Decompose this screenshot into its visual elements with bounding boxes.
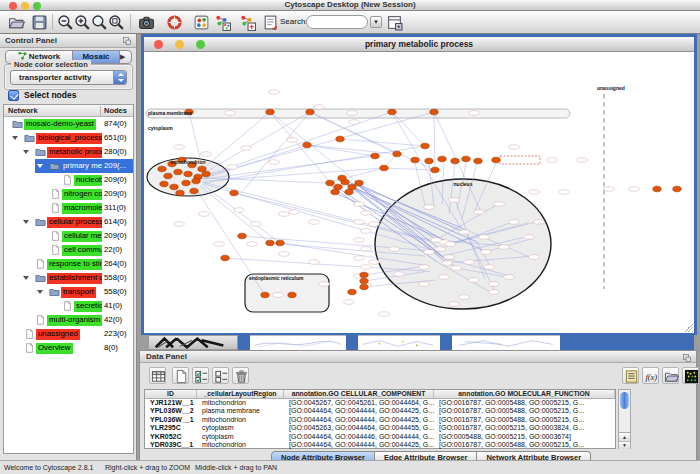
new-attribute-icon[interactable]: [172, 367, 189, 384]
network-node[interactable]: [158, 166, 166, 172]
tree-row[interactable]: establishment of lo558(0): [4, 271, 133, 285]
background-window-edge[interactable]: [238, 335, 250, 350]
float-panel-icon[interactable]: [682, 353, 692, 363]
network-node[interactable]: [421, 143, 429, 149]
zoom-selected-icon[interactable]: [108, 14, 125, 31]
network-node[interactable]: [230, 190, 238, 196]
network-node[interactable]: [221, 255, 229, 261]
import-attributes-icon[interactable]: [662, 367, 679, 384]
tree-item-label[interactable]: cell communicat: [62, 245, 102, 256]
resize-grip[interactable]: [684, 323, 693, 332]
network-node[interactable]: [326, 180, 334, 186]
tree-row[interactable]: response to stimulu264(0): [4, 257, 133, 271]
tree-item-label[interactable]: multi-organism pro: [47, 315, 102, 326]
expand-arrow-icon[interactable]: [23, 150, 29, 154]
expand-arrow-icon[interactable]: [12, 136, 18, 140]
network-node[interactable]: [190, 188, 198, 194]
table-row[interactable]: YKR052Ccytoplasm[GO:0044464, GO:0044446,…: [145, 433, 615, 441]
vizmapper-icon[interactable]: [193, 14, 210, 31]
save-icon[interactable]: [31, 14, 48, 31]
tab-scroll-arrow[interactable]: ▶: [120, 51, 128, 63]
network-node[interactable]: [303, 142, 311, 148]
column-header[interactable]: _cellularLayoutRegion: [197, 390, 284, 398]
search-input[interactable]: [306, 15, 368, 29]
column-header[interactable]: ID: [145, 390, 197, 398]
network-node[interactable]: [336, 136, 344, 142]
tree-item-label[interactable]: establishment of lo: [47, 273, 102, 284]
zoom-fit-icon[interactable]: [91, 14, 108, 31]
network-node[interactable]: [266, 240, 274, 246]
tree-row[interactable]: cellular process614(0): [4, 215, 133, 229]
network-node[interactable]: [474, 158, 482, 164]
network-node[interactable]: [360, 278, 368, 284]
network-node[interactable]: [170, 184, 178, 190]
zoom-in-icon[interactable]: [74, 14, 91, 31]
network-node[interactable]: [288, 292, 296, 298]
attribute-list-icon[interactable]: [622, 367, 639, 384]
network-node[interactable]: [345, 189, 353, 195]
table-row[interactable]: YDR039C__1mitochondrion[GO:0044464, GO:0…: [145, 441, 615, 449]
float-panel-icon[interactable]: [122, 36, 132, 46]
tree-row[interactable]: primary metabo209(...: [4, 159, 133, 173]
attribute-matrix-icon[interactable]: [682, 367, 699, 384]
network-node[interactable]: [492, 157, 500, 163]
background-window-overview[interactable]: [148, 335, 238, 350]
background-window[interactable]: [358, 335, 440, 350]
tree-row[interactable]: metabolic process280(0): [4, 145, 133, 159]
background-window-edge[interactable]: [560, 335, 694, 350]
annotation-icon[interactable]: [262, 14, 279, 31]
network-node[interactable]: [388, 109, 396, 115]
tree-item-label[interactable]: metabolic process: [47, 147, 102, 158]
tree-item-label[interactable]: secretion: [74, 301, 102, 312]
create-network-icon[interactable]: [214, 14, 231, 31]
zoom-button[interactable]: [33, 2, 41, 10]
duplicate-network-icon[interactable]: [239, 14, 256, 31]
network-node[interactable]: [306, 109, 314, 115]
network-node[interactable]: [438, 156, 446, 162]
close-button[interactable]: [9, 2, 17, 10]
network-node[interactable]: [348, 289, 356, 295]
network-node[interactable]: [360, 272, 368, 278]
network-node[interactable]: [184, 171, 192, 177]
tree-row[interactable]: unassigned223(0): [4, 327, 133, 341]
network-node[interactable]: [673, 186, 681, 192]
network-node[interactable]: [238, 233, 246, 239]
scrollbar-thumb[interactable]: [620, 392, 629, 409]
tree-item-label[interactable]: primary metabo: [61, 161, 102, 172]
open-icon[interactable]: [8, 14, 25, 31]
column-header[interactable]: annotation.GO CELLULAR_COMPONENT: [284, 390, 434, 398]
network-node[interactable]: [160, 181, 168, 187]
table-row[interactable]: YPL036W__2plasma membrane[GO:0044464, GO…: [145, 407, 615, 415]
tree-row[interactable]: nucleobase-209(0): [4, 173, 133, 187]
tree-item-label[interactable]: transport: [61, 287, 96, 298]
expand-arrow-icon[interactable]: [37, 290, 43, 294]
expand-arrow-icon[interactable]: [37, 164, 43, 168]
network-view-titlebar[interactable]: primary metabolic process: [144, 37, 694, 52]
search-options-icon[interactable]: [386, 14, 403, 31]
frame-zoom-button[interactable]: [196, 40, 205, 49]
table-mode-icon[interactable]: [149, 367, 166, 384]
minimize-button[interactable]: [21, 2, 29, 10]
tree-item-label[interactable]: biological_process: [36, 133, 102, 144]
network-node[interactable]: [462, 156, 470, 162]
background-window-edge[interactable]: [440, 335, 452, 350]
table-row[interactable]: YLR295Ccytoplasm[GO:0045263, GO:0044464,…: [145, 424, 615, 432]
tree-item-label[interactable]: nitrogen compo: [62, 189, 102, 200]
network-node[interactable]: [164, 173, 172, 179]
background-window-edge[interactable]: [346, 335, 358, 350]
network-node[interactable]: [380, 165, 388, 171]
scroll-up-button[interactable]: ▲: [619, 433, 630, 441]
select-nodes-checkbox[interactable]: [8, 90, 19, 101]
tree-item-label[interactable]: mosaic-demo-yeast: [24, 119, 96, 130]
node-color-combo[interactable]: transporter activity: [10, 70, 127, 85]
select-attributes-icon[interactable]: [192, 367, 209, 384]
tree-item-label[interactable]: unassigned: [36, 329, 80, 340]
tree-row[interactable]: nitrogen compo209(0): [4, 187, 133, 201]
network-node[interactable]: [261, 292, 269, 298]
network-node[interactable]: [430, 109, 438, 115]
help-icon[interactable]: [166, 14, 183, 31]
tree-row[interactable]: secretion41(0): [4, 299, 133, 313]
table-scrollbar[interactable]: ▲ ▼: [618, 389, 631, 449]
network-node[interactable]: [182, 180, 190, 186]
table-row[interactable]: YJR121W__1mitochondrion[GO:0045267, GO:0…: [145, 399, 615, 407]
